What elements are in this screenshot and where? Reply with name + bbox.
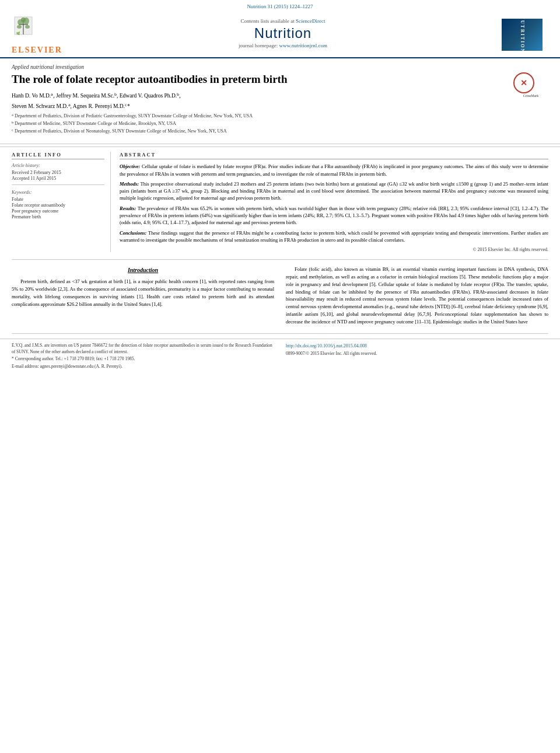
journal-center-info: Contents lists available at ScienceDirec… xyxy=(64,18,502,51)
abstract-results: Results: The prevalence of FRAbs was 65.… xyxy=(120,205,548,226)
affiliation-c: ᶜ Department of Pediatrics, Division of … xyxy=(12,128,508,135)
conclusions-text: These findings suggest that the presence… xyxy=(120,230,548,243)
body-left-column: Introduction Preterm birth, defined as <… xyxy=(12,266,274,329)
authors-line2: Steven M. Schwarz M.D.ᵃ, Agnes R. Pereny… xyxy=(12,102,508,110)
crossmark-circle: ✕ xyxy=(513,72,534,93)
article-info-label: Article Info xyxy=(12,152,104,159)
homepage-link[interactable]: www.nutritionjrnl.com xyxy=(279,43,327,48)
abstract-methods: Methods: This prospective observational … xyxy=(120,180,548,202)
keyword-1: Folate xyxy=(12,197,104,202)
article-meta: Applied nutritional investigation The ro… xyxy=(0,58,560,141)
body-right-paragraph-1: Folate (folic acid), also known as vitam… xyxy=(286,266,548,325)
authors-line1: Hanh D. Vo M.D.ᵃ, Jeffrey M. Sequeira M.… xyxy=(12,92,508,100)
footnote-left: E.V.Q. and J.M.S. are inventors on US pa… xyxy=(12,343,274,371)
footnote-email-text: E-mail address: agnes.perenyi@downstate.… xyxy=(12,364,123,369)
crossmark-icon: ✕ xyxy=(520,78,527,88)
abstract-objective: Objective: Cellular uptake of folate is … xyxy=(120,163,548,177)
results-label: Results: xyxy=(120,205,136,211)
journal-title: Nutrition xyxy=(64,25,502,41)
nutrition-badge: NUTRITION xyxy=(502,19,542,51)
methods-text: This prospective observational study inc… xyxy=(120,181,548,201)
abstract-conclusions: Conclusions: These findings suggest that… xyxy=(120,229,548,244)
footnote-conflict: E.V.Q. and J.M.S. are inventors on US pa… xyxy=(12,343,274,355)
affiliation-b: ᵇ Department of Medicine, SUNY Downstate… xyxy=(12,120,508,127)
footnote-email: E-mail address: agnes.perenyi@downstate.… xyxy=(12,364,274,370)
body-right-column: Folate (folic acid), also known as vitam… xyxy=(286,266,548,329)
received-date: Received 2 February 2015 xyxy=(12,170,104,175)
accepted-date: Accepted 11 April 2015 xyxy=(12,176,104,181)
affiliations: ᵃ Department of Pediatrics, Division of … xyxy=(12,113,508,135)
journal-citation: Nutrition 31 (2015) 1224–1227 xyxy=(247,4,313,9)
elsevier-wordmark: ELSEVIER xyxy=(12,46,64,55)
keyword-3: Poor pregnancy outcome xyxy=(12,208,104,214)
doi-link[interactable]: http://dx.doi.org/10.1016/j.nut.2015.04.… xyxy=(286,343,367,348)
conclusions-label: Conclusions: xyxy=(120,230,146,236)
article-title: The role of folate receptor autoantibodi… xyxy=(12,72,508,87)
journal-header: Nutrition 31 (2015) 1224–1227 🌿 ELSEVIER… xyxy=(0,0,560,58)
crossmark-label: CrossMark xyxy=(513,94,548,97)
crossmark-badge: ✕ CrossMark xyxy=(513,72,548,97)
svg-point-8 xyxy=(25,25,30,29)
intro-paragraph-1: Preterm birth, defined as <37 wk gestati… xyxy=(12,278,274,308)
keyword-2: Folate receptor autoantibody xyxy=(12,203,104,208)
footnote-corresponding: * Corresponding author. Tel.: +1 718 270… xyxy=(12,356,274,362)
article-history-label: Article history: xyxy=(12,163,104,168)
methods-label: Methods: xyxy=(120,181,139,187)
objective-label: Objective: xyxy=(120,163,140,169)
svg-text:🌿: 🌿 xyxy=(16,32,20,36)
objective-text: Cellular uptake of folate is mediated by… xyxy=(120,163,548,176)
author-list-1: Hanh D. Vo M.D.ᵃ, Jeffrey M. Sequeira M.… xyxy=(12,93,181,99)
intro-heading: Introduction xyxy=(12,266,274,274)
affiliation-a: ᵃ Department of Pediatrics, Division of … xyxy=(12,113,508,120)
footnote-section: E.V.Q. and J.M.S. are inventors on US pa… xyxy=(12,343,548,371)
author-list-2: Steven M. Schwarz M.D.ᵃ, Agnes R. Pereny… xyxy=(12,103,130,109)
article-body-columns: Article Info Article history: Received 2… xyxy=(0,147,560,257)
abstract-column: Abstract Objective: Cellular uptake of f… xyxy=(120,152,548,252)
copyright-line: © 2015 Elsevier Inc. All rights reserved… xyxy=(120,247,548,252)
page-footer: E.V.Q. and J.M.S. are inventors on US pa… xyxy=(0,339,560,374)
science-direct-link[interactable]: ScienceDirect xyxy=(296,18,325,24)
svg-point-7 xyxy=(17,25,22,29)
article-type: Applied nutritional investigation xyxy=(12,64,548,70)
results-text: The prevalence of FRAbs was 65.2% in wom… xyxy=(120,205,548,226)
abstract-label: Abstract xyxy=(120,152,548,159)
journal-cover-badge: NUTRITION xyxy=(502,19,548,51)
article-info-column: Article Info Article history: Received 2… xyxy=(12,152,111,252)
keywords-label: Keywords: xyxy=(12,190,104,195)
elsevier-logo: 🌿 ELSEVIER xyxy=(12,14,64,55)
issn-line: 0899-9007/© 2015 Elsevier Inc. All right… xyxy=(286,351,548,357)
elsevier-tree-icon: 🌿 xyxy=(12,14,58,43)
journal-meta-top: Nutrition 31 (2015) 1224–1227 xyxy=(12,4,548,9)
svg-point-6 xyxy=(21,18,26,22)
body-content: Introduction Preterm birth, defined as <… xyxy=(0,262,560,329)
footnote-right: http://dx.doi.org/10.1016/j.nut.2015.04.… xyxy=(286,343,548,371)
keyword-4: Premature birth xyxy=(12,214,104,219)
journal-homepage: journal homepage: www.nutritionjrnl.com xyxy=(64,43,502,48)
science-direct-line: Contents lists available at ScienceDirec… xyxy=(64,18,502,24)
